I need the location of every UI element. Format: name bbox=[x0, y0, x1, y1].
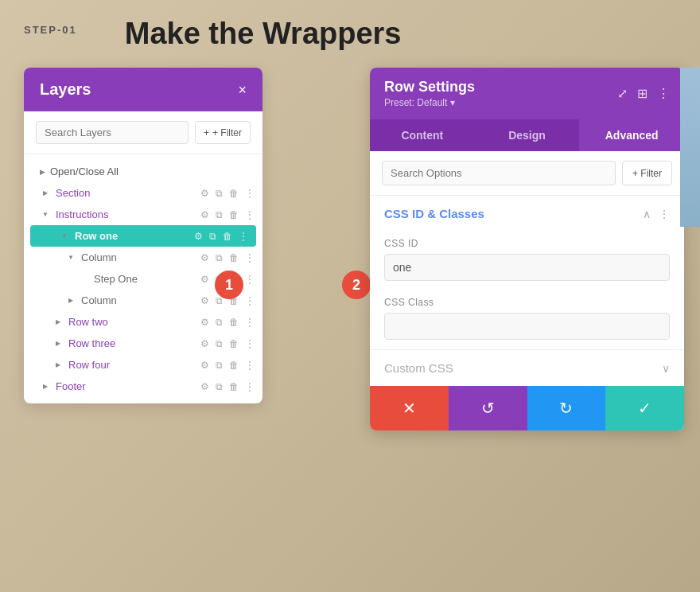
toggle-row-four bbox=[52, 360, 64, 371]
css-id-field: CSS ID bbox=[370, 232, 684, 290]
tab-content[interactable]: Content bbox=[370, 119, 475, 151]
rs-search-input[interactable] bbox=[382, 161, 616, 185]
more-icon[interactable]: ⋮ bbox=[245, 252, 255, 263]
delete-icon[interactable]: 🗑 bbox=[229, 252, 239, 263]
confirm-button[interactable]: ✓ bbox=[605, 386, 684, 430]
css-class-label: CSS Class bbox=[384, 297, 670, 308]
open-close-all-label: Open/Close All bbox=[50, 166, 119, 177]
more-icon[interactable]: ⋮ bbox=[245, 188, 255, 199]
more-icon[interactable]: ⋮ bbox=[245, 381, 255, 392]
layer-row-row-three[interactable]: Row three ⚙ ⧉ 🗑 ⋮ bbox=[24, 333, 262, 354]
layer-row-row-four[interactable]: Row four ⚙ ⧉ 🗑 ⋮ bbox=[24, 354, 262, 376]
css-id-input[interactable] bbox=[384, 254, 670, 281]
copy-icon[interactable]: ⧉ bbox=[216, 338, 223, 349]
layers-filter-button[interactable]: + + Filter bbox=[195, 121, 251, 144]
more-icon[interactable]: ⋮ bbox=[245, 360, 255, 371]
layer-row-row-two[interactable]: Row two ⚙ ⧉ 🗑 ⋮ bbox=[24, 311, 262, 333]
cancel-icon: ✕ bbox=[402, 399, 416, 418]
layer-row-row-one[interactable]: Row one ⚙ ⧉ 🗑 ⋮ bbox=[30, 225, 256, 247]
rs-filter-button[interactable]: + Filter bbox=[622, 161, 672, 185]
toggle-instructions bbox=[40, 209, 51, 220]
copy-icon[interactable]: ⧉ bbox=[216, 209, 223, 220]
delete-icon[interactable]: 🗑 bbox=[229, 317, 239, 328]
delete-icon[interactable]: 🗑 bbox=[229, 338, 239, 349]
delete-icon[interactable]: 🗑 bbox=[229, 209, 239, 220]
settings-icon[interactable]: ⚙ bbox=[200, 274, 209, 285]
rs-body: CSS ID & Classes ∧ ⋮ CSS ID CSS Class Cu… bbox=[370, 196, 684, 386]
tab-advanced[interactable]: Advanced bbox=[579, 119, 684, 151]
step-badge-1: 1 bbox=[215, 271, 243, 299]
tab-design[interactable]: Design bbox=[475, 119, 580, 151]
delete-icon[interactable]: 🗑 bbox=[229, 381, 239, 392]
css-id-label: CSS ID bbox=[384, 238, 670, 249]
layer-row-footer[interactable]: Footer ⚙ ⧉ 🗑 ⋮ bbox=[24, 376, 262, 397]
collapse-icon[interactable]: ∧ bbox=[643, 208, 651, 220]
copy-icon[interactable]: ⧉ bbox=[209, 231, 216, 242]
copy-icon[interactable]: ⧉ bbox=[216, 188, 223, 199]
css-id-classes-section: CSS ID & Classes ∧ ⋮ CSS ID CSS Class bbox=[370, 196, 684, 350]
layer-row-instructions[interactable]: Instructions ⚙ ⧉ 🗑 ⋮ bbox=[24, 204, 262, 225]
layer-row-column-1[interactable]: Column ⚙ ⧉ 🗑 ⋮ bbox=[24, 247, 262, 268]
expand-icon[interactable]: ∨ bbox=[662, 362, 670, 375]
more-icon[interactable]: ⋮ bbox=[239, 231, 248, 242]
tab-content-label: Content bbox=[401, 129, 443, 142]
layer-icons-row-three: ⚙ ⧉ 🗑 ⋮ bbox=[200, 338, 255, 349]
more-icon[interactable]: ⋮ bbox=[245, 317, 255, 328]
more-options-icon[interactable]: ⋮ bbox=[657, 86, 670, 101]
more-icon[interactable]: ⋮ bbox=[245, 274, 255, 285]
custom-css-section: Custom CSS ∨ bbox=[370, 350, 684, 386]
settings-icon[interactable]: ⚙ bbox=[200, 209, 209, 220]
row-settings-header: Row Settings Preset: Default ▾ ⤢ ⊞ ⋮ bbox=[370, 68, 684, 119]
settings-icon[interactable]: ⚙ bbox=[200, 252, 209, 263]
rs-preset-label[interactable]: Preset: Default bbox=[384, 97, 447, 108]
settings-icon[interactable]: ⚙ bbox=[200, 360, 209, 371]
delete-icon[interactable]: 🗑 bbox=[223, 231, 232, 242]
toggle-section bbox=[40, 188, 51, 199]
layer-name-instructions: Instructions bbox=[56, 208, 200, 220]
redo-button[interactable]: ↻ bbox=[527, 386, 606, 430]
rs-action-bar: ✕ ↺ ↻ ✓ bbox=[370, 386, 684, 430]
rs-section-header-css[interactable]: CSS ID & Classes ∧ ⋮ bbox=[370, 196, 684, 232]
copy-icon[interactable]: ⧉ bbox=[216, 317, 223, 328]
layers-close-button[interactable]: × bbox=[238, 83, 247, 97]
rs-tabs: Content Design Advanced bbox=[370, 119, 684, 151]
layer-name-row-two: Row two bbox=[68, 316, 200, 328]
resize-icon[interactable]: ⤢ bbox=[617, 86, 628, 101]
grid-icon[interactable]: ⊞ bbox=[637, 86, 648, 101]
copy-icon[interactable]: ⧉ bbox=[216, 381, 223, 392]
row-settings-panel: Row Settings Preset: Default ▾ ⤢ ⊞ ⋮ Con… bbox=[370, 68, 684, 430]
layer-icons-section: ⚙ ⧉ 🗑 ⋮ bbox=[200, 188, 255, 199]
delete-icon[interactable]: 🗑 bbox=[229, 360, 239, 371]
more-icon[interactable]: ⋮ bbox=[245, 295, 255, 306]
settings-icon[interactable]: ⚙ bbox=[200, 188, 209, 199]
layer-row-section[interactable]: Section ⚙ ⧉ 🗑 ⋮ bbox=[24, 182, 262, 204]
filter-plus-icon: + bbox=[204, 127, 209, 138]
layer-name-footer: Footer bbox=[56, 380, 200, 392]
custom-css-header[interactable]: Custom CSS ∨ bbox=[370, 350, 684, 386]
redo-icon: ↻ bbox=[559, 399, 573, 418]
toggle-column-1 bbox=[65, 252, 76, 263]
section-more-icon[interactable]: ⋮ bbox=[659, 208, 670, 220]
layer-name-row-three: Row three bbox=[68, 337, 200, 349]
settings-icon[interactable]: ⚙ bbox=[200, 381, 209, 392]
settings-icon[interactable]: ⚙ bbox=[200, 295, 209, 306]
delete-icon[interactable]: 🗑 bbox=[229, 188, 239, 199]
layer-icons-row-four: ⚙ ⧉ 🗑 ⋮ bbox=[200, 360, 255, 371]
layers-search-input[interactable] bbox=[36, 121, 189, 144]
cancel-button[interactable]: ✕ bbox=[370, 386, 449, 430]
reset-button[interactable]: ↺ bbox=[449, 386, 527, 430]
settings-icon[interactable]: ⚙ bbox=[194, 231, 203, 242]
layers-header: Layers × bbox=[24, 68, 262, 111]
copy-icon[interactable]: ⧉ bbox=[216, 252, 223, 263]
settings-icon[interactable]: ⚙ bbox=[200, 338, 209, 349]
chevron-down-icon: ▾ bbox=[450, 97, 455, 108]
layers-panel: Layers × + + Filter Open/Close All Secti… bbox=[24, 68, 262, 403]
more-icon[interactable]: ⋮ bbox=[245, 209, 255, 220]
more-icon[interactable]: ⋮ bbox=[245, 338, 255, 349]
settings-icon[interactable]: ⚙ bbox=[200, 317, 209, 328]
rs-header-icons: ⤢ ⊞ ⋮ bbox=[617, 86, 670, 101]
copy-icon[interactable]: ⧉ bbox=[216, 360, 223, 371]
css-class-input[interactable] bbox=[384, 313, 670, 340]
main-title: Make the Wrappers bbox=[125, 16, 402, 53]
open-close-all[interactable]: Open/Close All bbox=[24, 161, 262, 182]
